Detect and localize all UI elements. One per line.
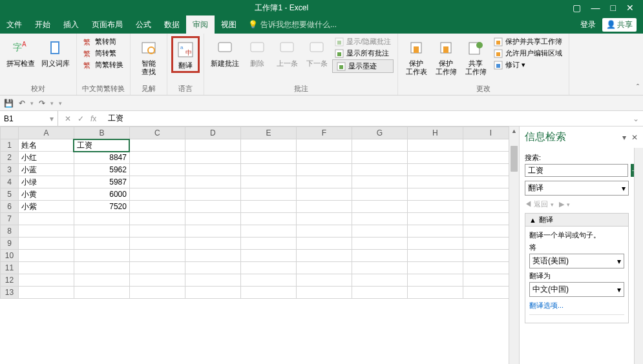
cell[interactable] — [185, 274, 240, 287]
formula-input[interactable] — [103, 114, 629, 123]
cell[interactable] — [352, 176, 407, 188]
cell[interactable] — [296, 188, 352, 201]
cell[interactable] — [74, 225, 129, 238]
cell[interactable] — [240, 188, 296, 201]
cell[interactable] — [18, 225, 74, 238]
cell[interactable] — [296, 139, 352, 152]
cell[interactable] — [296, 176, 352, 188]
row-header-10[interactable]: 10 — [1, 250, 19, 262]
row-header-2[interactable]: 2 — [1, 152, 19, 164]
cell[interactable] — [185, 152, 240, 164]
vertical-scrollbar[interactable]: ▲ — [509, 126, 519, 364]
row-header-13[interactable]: 13 — [1, 287, 19, 299]
cell[interactable] — [240, 176, 296, 188]
row-header-12[interactable]: 12 — [1, 274, 19, 287]
cell[interactable] — [129, 250, 185, 262]
cell[interactable] — [240, 250, 296, 262]
cell[interactable] — [74, 274, 129, 287]
cell[interactable] — [185, 201, 240, 213]
cell[interactable] — [74, 262, 129, 274]
cell[interactable] — [407, 274, 463, 287]
cell[interactable] — [296, 262, 352, 274]
cell[interactable] — [407, 213, 463, 225]
menu-tab-页面布局[interactable]: 页面布局 — [85, 15, 129, 34]
redo-dropdown-icon[interactable]: ▾ — [50, 100, 54, 106]
cell[interactable] — [240, 225, 296, 238]
to-language-select[interactable]: 中文(中国) ▾ — [529, 282, 624, 297]
to-simp-button[interactable]: 繁繁转简 — [81, 36, 126, 47]
cell[interactable] — [240, 213, 296, 225]
cell[interactable] — [240, 164, 296, 176]
row-header-5[interactable]: 5 — [1, 188, 19, 201]
cell[interactable] — [185, 250, 240, 262]
cell[interactable] — [352, 262, 407, 274]
cell[interactable] — [352, 274, 407, 287]
menu-tab-文件[interactable]: 文件 — [0, 15, 28, 34]
qat-customize-icon[interactable]: ▾ — [59, 100, 62, 106]
menu-tab-数据[interactable]: 数据 — [158, 15, 186, 34]
service-select[interactable]: 翻译 ▾ — [525, 181, 629, 196]
enter-icon[interactable]: ✓ — [78, 114, 84, 123]
cell[interactable] — [185, 287, 240, 299]
cell[interactable] — [18, 287, 74, 299]
cell[interactable] — [296, 238, 352, 250]
ribbon-display-icon[interactable]: ▢ — [573, 3, 581, 13]
cell[interactable] — [185, 262, 240, 274]
cell[interactable] — [407, 152, 463, 164]
cell[interactable] — [129, 201, 185, 213]
back-dropdown-icon[interactable]: ▾ — [551, 201, 554, 208]
row-header-6[interactable]: 6 — [1, 201, 19, 213]
cell[interactable]: 小绿 — [18, 176, 74, 188]
cell[interactable]: 小红 — [18, 152, 74, 164]
login-link[interactable]: 登录 — [580, 19, 596, 30]
back-button[interactable]: ◀ 返回 — [525, 199, 548, 209]
cell[interactable]: 小蓝 — [18, 164, 74, 176]
cell[interactable] — [407, 225, 463, 238]
cell[interactable] — [185, 164, 240, 176]
column-header-F[interactable]: F — [296, 127, 352, 139]
new-comment-button[interactable]: 新建批注 — [208, 36, 242, 69]
row-header-4[interactable]: 4 — [1, 176, 19, 188]
share-button[interactable]: 👤 共享 — [602, 18, 637, 32]
protect-workbook-button[interactable]: 保护工作簿 — [432, 36, 460, 77]
cell[interactable] — [352, 287, 407, 299]
cell[interactable] — [407, 287, 463, 299]
name-box-input[interactable] — [4, 114, 43, 123]
cell[interactable] — [74, 238, 129, 250]
cell[interactable] — [352, 238, 407, 250]
row-header-8[interactable]: 8 — [1, 225, 19, 238]
allow-edit-ranges-button[interactable]: 允许用户编辑区域 — [491, 48, 565, 59]
scroll-up-icon[interactable]: ▲ — [509, 126, 519, 136]
conv-button[interactable]: 繁简繁转换 — [81, 59, 126, 70]
cell[interactable] — [129, 188, 185, 201]
menu-tab-插入[interactable]: 插入 — [57, 15, 85, 34]
from-language-select[interactable]: 英语(美国) ▾ — [529, 254, 624, 268]
tell-me[interactable]: 💡 告诉我您想要做什么... — [248, 19, 337, 30]
cell[interactable] — [18, 213, 74, 225]
cell[interactable] — [185, 213, 240, 225]
cell[interactable] — [129, 213, 185, 225]
cell[interactable] — [18, 238, 74, 250]
menu-tab-开始[interactable]: 开始 — [28, 15, 57, 34]
cell[interactable] — [74, 213, 129, 225]
cell[interactable] — [352, 152, 407, 164]
row-header-9[interactable]: 9 — [1, 238, 19, 250]
cell[interactable] — [352, 201, 407, 213]
cell[interactable]: 5987 — [74, 176, 129, 188]
minimize-button[interactable]: — — [591, 3, 600, 13]
cell[interactable] — [407, 262, 463, 274]
cell[interactable] — [129, 225, 185, 238]
row-header-7[interactable]: 7 — [1, 213, 19, 225]
select-all-corner[interactable] — [1, 127, 19, 139]
column-header-H[interactable]: H — [407, 127, 463, 139]
share-workbook-button[interactable]: 共享工作簿 — [461, 36, 490, 77]
row-header-1[interactable]: 1 — [1, 139, 19, 152]
grid[interactable]: ABCDEFGHI1姓名工资2小红88473小蓝59624小绿59875小黄60… — [0, 126, 519, 299]
scrollbar-thumb[interactable] — [511, 146, 518, 172]
cell[interactable] — [18, 274, 74, 287]
cell[interactable] — [352, 164, 407, 176]
cell[interactable]: 7520 — [74, 201, 129, 213]
menu-tab-视图[interactable]: 视图 — [215, 15, 243, 34]
track-changes-button[interactable]: 修订 ▾ — [491, 59, 565, 70]
translation-options-link[interactable]: 翻译选项... — [529, 301, 624, 310]
